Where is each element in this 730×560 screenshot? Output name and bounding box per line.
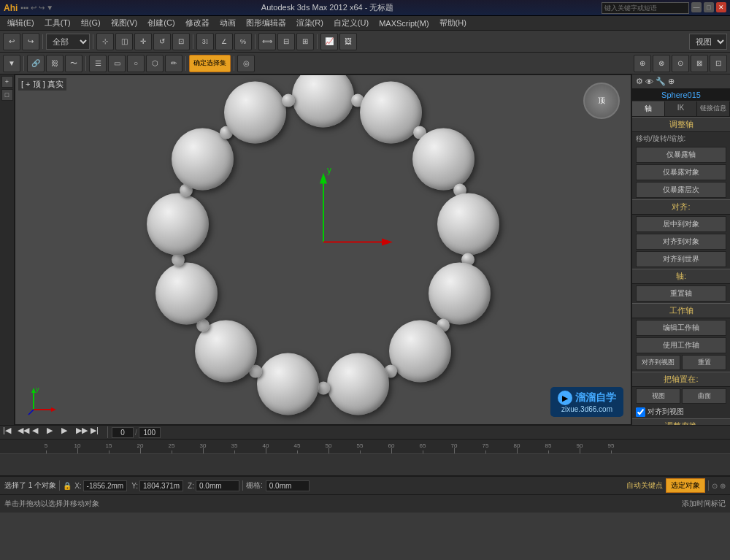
nav-cube-inner[interactable]: 顶 <box>583 83 620 119</box>
redo-button[interactable]: ↪ <box>22 33 39 50</box>
sphere-6[interactable] <box>327 353 389 415</box>
menu-help[interactable]: 帮助(H) <box>435 16 471 30</box>
close-button[interactable]: ✕ <box>716 2 726 12</box>
sphere-5[interactable] <box>389 321 451 383</box>
sphere-3[interactable] <box>437 193 499 256</box>
selection-filter-dropdown[interactable]: 全部 <box>46 34 90 50</box>
scale-tool[interactable]: ⊡ <box>172 33 190 50</box>
sphere-1[interactable] <box>360 82 422 144</box>
btn-reset[interactable]: 重置 <box>682 355 726 370</box>
menu-view[interactable]: 视图(V) <box>107 16 142 30</box>
menu-grapheditor[interactable]: 图形编辑器 <box>242 16 291 30</box>
percent-snap[interactable]: % <box>234 33 252 50</box>
undo-button[interactable]: ↩ <box>3 33 20 50</box>
btn-place-view[interactable]: 视图 <box>636 388 680 404</box>
rect-select[interactable]: ▭ <box>108 55 126 72</box>
sphere-10[interactable] <box>147 193 209 256</box>
tb2-extra1[interactable]: ⊕ <box>634 55 651 72</box>
unlink-btn[interactable]: ⛓ <box>46 55 64 72</box>
mirror-tool[interactable]: ⟺ <box>258 33 276 50</box>
anim-play[interactable]: ▶ <box>47 426 60 439</box>
z-value[interactable]: 0.0mm <box>196 480 239 491</box>
confirm-selection[interactable]: 确定选择集 <box>189 55 231 72</box>
sphere-2[interactable] <box>412 128 474 190</box>
menu-modifier[interactable]: 修改器 <box>181 16 214 30</box>
viewport[interactable]: [ + 顶 ] 真实 顶 y y <box>15 74 631 425</box>
left-btn-2[interactable]: □ <box>1 89 13 101</box>
layer-mgr[interactable]: ⊞ <box>296 33 314 50</box>
viewport-shading-dropdown[interactable]: 视图 <box>689 34 727 50</box>
anim-step-prev[interactable]: ◀◀ <box>18 426 31 439</box>
timeline-track[interactable] <box>0 454 730 475</box>
menu-tools[interactable]: 工具(T) <box>40 16 75 30</box>
btn-edit-working-axis[interactable]: 编辑工作轴 <box>636 320 726 336</box>
graph-editor[interactable]: 📈 <box>320 33 338 50</box>
maximize-button[interactable]: □ <box>704 2 714 12</box>
menu-create[interactable]: 创建(C) <box>143 16 179 30</box>
sphere-12[interactable] <box>224 82 286 144</box>
menu-group[interactable]: 组(G) <box>77 16 105 30</box>
z-label: Z: <box>188 482 194 490</box>
circ-select[interactable]: ○ <box>127 55 145 72</box>
sphere-4[interactable] <box>429 263 491 325</box>
sphere-9[interactable] <box>155 263 218 325</box>
select-region[interactable]: ◫ <box>115 33 133 50</box>
fence-select[interactable]: ⬡ <box>146 55 164 72</box>
rp-icon-display[interactable]: 👁 <box>645 77 653 86</box>
btn-expose-hierarchy[interactable]: 仅暴露层次 <box>636 182 726 198</box>
angle-snap[interactable]: ∠ <box>215 33 233 50</box>
rp-icon-extra[interactable]: ⊕ <box>668 77 675 86</box>
tb2-extra5[interactable]: ⊡ <box>710 55 727 72</box>
btn-expose-object[interactable]: 仅暴露对象 <box>636 164 726 180</box>
sphere-0[interactable] <box>292 74 354 127</box>
anim-play-next[interactable]: ▶| <box>91 426 104 439</box>
tab-link-info[interactable]: 链接信息 <box>697 101 730 116</box>
btn-reset-axis[interactable]: 重置轴 <box>636 285 726 302</box>
menu-render[interactable]: 渲染(R) <box>292 16 328 30</box>
isolate-sel[interactable]: ◎ <box>237 55 255 72</box>
rotate-tool[interactable]: ↺ <box>153 33 171 50</box>
menu-edit[interactable]: 编辑(E) <box>3 16 39 30</box>
minimize-button[interactable]: — <box>691 2 702 12</box>
btn-place-surface[interactable]: 曲面 <box>682 388 726 404</box>
paint-select[interactable]: ✏ <box>165 55 182 72</box>
render-btn[interactable]: 🖼 <box>339 33 357 50</box>
btn-align-to-object[interactable]: 对齐到对象 <box>636 234 726 250</box>
sphere-7[interactable] <box>257 353 319 415</box>
btn-center-to-object[interactable]: 居中到对象 <box>636 216 726 232</box>
align-tool[interactable]: ⊟ <box>277 33 295 50</box>
search-input[interactable] <box>602 2 689 14</box>
tab-ik[interactable]: IK <box>665 101 698 116</box>
nav-cube[interactable]: 顶 <box>583 83 623 123</box>
anim-prev-frame[interactable]: ◀ <box>32 426 45 439</box>
left-btn-1[interactable]: + <box>1 76 13 88</box>
menu-customize[interactable]: 自定义(U) <box>329 16 373 30</box>
named-select-dropdown[interactable]: ▼ <box>3 55 20 72</box>
select-by-name[interactable]: ☰ <box>89 55 107 72</box>
select-obj-btn[interactable]: 选定对象 <box>666 478 705 493</box>
menu-animation[interactable]: 动画 <box>215 16 240 30</box>
tb2-extra3[interactable]: ⊙ <box>672 55 689 72</box>
tb2-extra4[interactable]: ⊠ <box>691 55 708 72</box>
link-btn[interactable]: 🔗 <box>27 55 45 72</box>
bind-space-warp[interactable]: 〜 <box>65 55 82 72</box>
anim-step-next[interactable]: ▶▶ <box>76 426 89 439</box>
select-tool[interactable]: ⊹ <box>96 33 114 50</box>
rp-icon-motion[interactable]: ⚙ <box>636 77 643 86</box>
btn-align-to-view[interactable]: 对齐到视图 <box>636 355 680 370</box>
btn-align-to-world[interactable]: 对齐到世界 <box>636 251 726 267</box>
anim-play-prev[interactable]: |◀ <box>3 426 16 439</box>
tab-axis[interactable]: 轴 <box>632 101 665 116</box>
anim-next-frame[interactable]: ▶ <box>61 426 74 439</box>
tb2-extra2[interactable]: ⊗ <box>653 55 670 72</box>
align-to-view-checkbox[interactable] <box>636 407 645 417</box>
x-value[interactable]: -1856.2mm <box>83 480 128 491</box>
btn-expose-axis[interactable]: 仅暴露轴 <box>636 147 726 163</box>
move-tool[interactable]: ✛ <box>134 33 152 50</box>
snap-toggle[interactable]: 3⃣ <box>196 33 214 50</box>
menu-maxscript[interactable]: MAXScript(M) <box>374 18 433 29</box>
grid-value[interactable]: 0.0mm <box>266 480 310 491</box>
y-value[interactable]: 1804.371m <box>139 480 183 491</box>
rp-icon-utility[interactable]: 🔧 <box>656 77 666 86</box>
btn-use-working-axis[interactable]: 使用工作轴 <box>636 337 726 353</box>
